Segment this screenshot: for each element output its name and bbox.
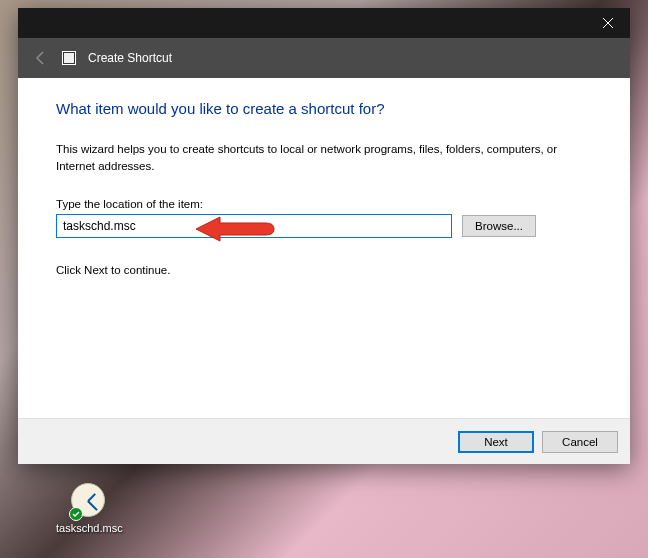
page-heading: What item would you like to create a sho… — [56, 100, 592, 117]
cancel-button[interactable]: Cancel — [542, 431, 618, 453]
browse-button[interactable]: Browse... — [462, 215, 536, 237]
dialog-title: Create Shortcut — [88, 51, 172, 65]
dialog-header: Create Shortcut — [18, 38, 630, 78]
close-icon — [603, 18, 613, 28]
desktop-shortcut[interactable]: taskschd.msc — [56, 483, 123, 534]
back-icon[interactable] — [32, 49, 50, 67]
taskscheduler-icon — [71, 483, 107, 519]
next-button[interactable]: Next — [458, 431, 534, 453]
description-text: This wizard helps you to create shortcut… — [56, 141, 592, 174]
shortcut-icon — [62, 51, 76, 65]
location-label: Type the location of the item: — [56, 198, 592, 210]
location-row: Browse... — [56, 214, 592, 238]
pointer-arrow-icon — [196, 214, 276, 244]
desktop-icon-label: taskschd.msc — [56, 522, 123, 534]
close-button[interactable] — [585, 8, 630, 38]
create-shortcut-dialog: Create Shortcut What item would you like… — [18, 8, 630, 464]
continue-text: Click Next to continue. — [56, 264, 592, 276]
check-badge-icon — [69, 507, 83, 521]
dialog-footer: Next Cancel — [18, 418, 630, 464]
titlebar — [18, 8, 630, 38]
dialog-content: What item would you like to create a sho… — [18, 78, 630, 418]
